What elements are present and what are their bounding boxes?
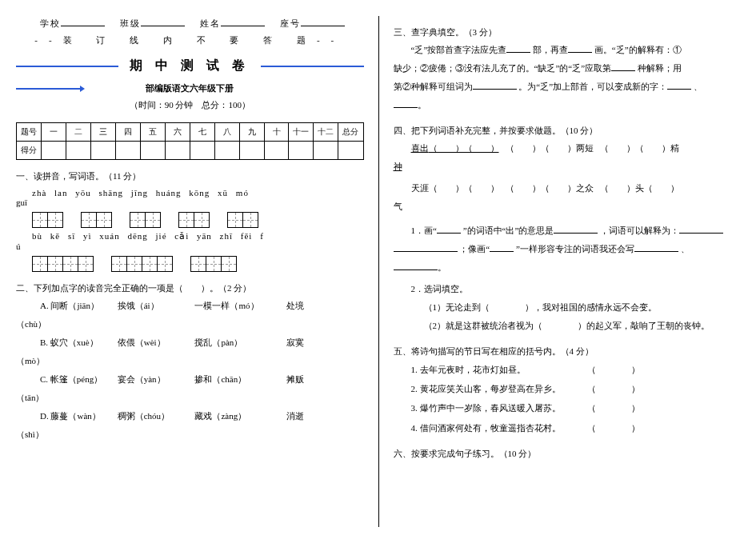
q4-row1: 喜出（ ）（ ） （ ）（ ）两短 （ ）（ ）精 (394, 139, 741, 158)
exam-title: 期 中 测 试 卷 (118, 58, 261, 74)
q3-line3: 第②种解释可组词为 。为“乏”加上部首，可以变成新的字： 、 (394, 78, 741, 96)
title-bar-right (261, 66, 363, 67)
q4-heading: 四、把下列词语补充完整，并按要求做题。（10 分） (394, 122, 741, 139)
q2-a-tail: （chù） (16, 315, 364, 333)
q6-heading: 六、按要求完成句子练习。（10 分） (394, 445, 741, 462)
q4-row3: 天涯（ ）（ ） （ ）（ ）之众 （ ）头（ ） (394, 179, 741, 198)
tianzige[interactable] (81, 212, 112, 228)
q5-l1: 1. 去年元夜时，花市灯如昼。 （ ） (411, 360, 741, 379)
q2-options: A. 间断（jiān） 挨饿（ái） 一模一样（mó） 处境 （chù） B. … (16, 297, 364, 445)
score-value-row: 得分 (17, 142, 364, 160)
q2-b-tail: （mò） (16, 352, 364, 370)
tianzige[interactable] (32, 256, 94, 272)
q4-item2-2: （2）就是这群被统治者视为（ ）的起义军，敲响了王朝的丧钟。 (394, 317, 741, 335)
q5-list: 1. 去年元夜时，花市灯如昼。 （ ） 2. 黄花应笑关山客，每岁登高在异乡。 … (394, 360, 741, 437)
exam-info: （时间：90 分钟 总分：100） (16, 99, 364, 111)
q2-opt-a[interactable]: A. 间断（jiān） 挨饿（ái） 一模一样（mó） 处境 (40, 297, 364, 315)
binding-seal-line: --装 订 线 内 不 要 答 题-- (16, 34, 364, 46)
q2-opt-c[interactable]: C. 帐篷（péng） 宴会（yàn） 掺和（chān） 摊贩 (40, 370, 364, 389)
q1-pinyin-line1: zhà lan yōu shāng jīng huáng kōng xū mó (16, 188, 364, 198)
q1-grid-row2 (32, 256, 364, 272)
q2-opt-d[interactable]: D. 藤蔓（wàn） 稠粥（chóu） 藏戏（zàng） 消逝 (40, 407, 364, 425)
tianzige[interactable] (111, 256, 173, 272)
q4-item1b: ；像画“ ”一样形容专注的词语我还会写 、 (394, 240, 741, 258)
q4-row4: 气 (394, 198, 741, 216)
class-label: 班级 (120, 18, 141, 28)
title-bar-left (16, 66, 118, 67)
score-header-row: 题号 一 二 三 四 五 六 七 八 九 十 十一 十二 总分 (17, 123, 364, 142)
q1-heading: 一、读拼音，写词语。（11 分） (16, 168, 364, 185)
q2-heading: 二、下列加点字的读音完全正确的一项是（ ）。（2 分） (16, 280, 364, 297)
title-row: 期 中 测 试 卷 (16, 58, 364, 74)
q4-item1: 1．画“ ”的词语中“出”的意思是 ，词语可以解释为： (394, 222, 741, 240)
exam-subtitle: 部编版语文六年级下册 (85, 82, 295, 94)
q5-l2: 2. 黄花应笑关山客，每岁登高在异乡。 （ ） (411, 379, 741, 398)
id-label: 座号 (280, 18, 301, 28)
q5-l4: 4. 借问酒家何处有，牧童遥指杏花村。 （ ） (411, 418, 741, 437)
q1-pinyin-line2-tail: ú (16, 242, 364, 251)
q5-heading: 五、将诗句描写的节日写在相应的括号内。（4 分） (394, 343, 741, 360)
q4-item2-1: （1）无论走到（ ），我对祖国的感情永远不会变。 (394, 298, 741, 317)
tianzige[interactable] (178, 212, 210, 228)
th-num: 题号 (17, 123, 42, 142)
q4-row2: 神 (394, 158, 741, 176)
q3-body: “乏”按部首查字法应先查 部，再查 画。“乏”的解释有：① (394, 41, 741, 59)
tianzige[interactable] (130, 212, 161, 228)
score-table: 题号 一 二 三 四 五 六 七 八 九 十 十一 十二 总分 得分 (16, 122, 364, 160)
q5-l3: 3. 爆竹声中一岁除，春风送暖入屠苏。 （ ） (411, 398, 741, 417)
q4-item2: 2．选词填空。 (394, 280, 741, 298)
subtitle-bar (16, 88, 80, 90)
tianzige[interactable] (190, 256, 237, 272)
school-label: 学校 (40, 18, 61, 28)
q3-line2: 缺少；②疲倦；③没有法儿充了的。“缺乏”的“乏”应取第 种解释；用 (394, 59, 741, 78)
q2-d-tail: （shì） (16, 425, 364, 444)
tianzige[interactable] (227, 212, 258, 228)
q2-opt-b[interactable]: B. 蚁穴（xuè） 依偎（wèi） 搅乱（pàn） 寂寞 (40, 333, 364, 352)
name-label: 姓名 (200, 18, 221, 28)
q1-grid-row1 (32, 212, 364, 228)
q3-heading: 三、查字典填空。（3 分） (394, 24, 741, 41)
th-score: 得分 (17, 142, 42, 160)
q1-pinyin-line2: bù kě sī yì xuán dēng jié cǎi yān zhī fě… (16, 231, 364, 242)
q2-c-tail: （tān） (16, 389, 364, 407)
exam-header: 学校 班级 姓名 座号 (16, 16, 364, 30)
tianzige[interactable] (32, 212, 63, 228)
q1-pinyin-line1-tail: guī (16, 198, 364, 207)
subtitle-row: 部编版语文六年级下册 (16, 82, 364, 94)
